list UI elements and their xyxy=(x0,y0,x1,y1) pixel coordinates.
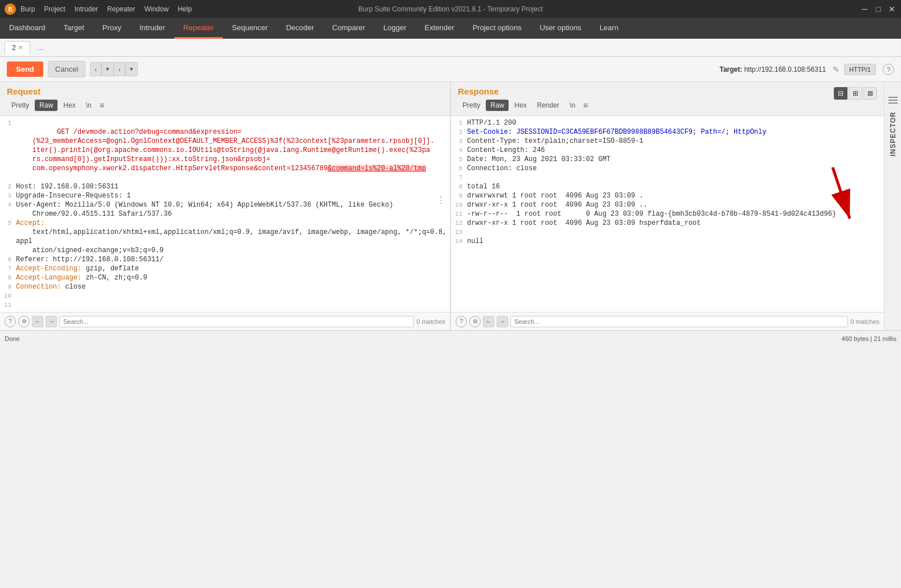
repeater-tab-2[interactable]: 2 ✕ xyxy=(5,41,30,55)
table-row: 10 drwxr-xr-x 1 root root 4096 Aug 23 03… xyxy=(451,200,884,209)
response-main: Response ⊟ ⊞ ⊠ Pretty Raw Hex Render \n xyxy=(451,82,884,330)
nav-menubar: Dashboard Target Proxy Intruder Repeater… xyxy=(0,18,901,39)
response-tab-newline[interactable]: \n xyxy=(565,100,580,111)
request-tab-pretty[interactable]: Pretty xyxy=(7,100,34,111)
close-btn[interactable]: ✕ xyxy=(887,5,896,14)
request-search-back-btn[interactable]: ← xyxy=(32,316,43,327)
response-search-input[interactable] xyxy=(510,316,848,327)
nav-project-options[interactable]: Project options xyxy=(464,18,531,39)
burp-logo: B xyxy=(5,3,16,15)
response-tab-hex[interactable]: Hex xyxy=(510,100,531,111)
response-search-count: 0 matches xyxy=(850,318,879,325)
tab-more-btn[interactable]: … xyxy=(32,42,48,54)
statusbar-left: Done xyxy=(5,335,19,342)
titlebar-menu: Burp Project Intruder Repeater Window He… xyxy=(21,5,192,13)
help-icon[interactable]: ? xyxy=(883,64,894,75)
request-search-input[interactable] xyxy=(59,316,414,327)
window-controls: ─ □ ✕ xyxy=(860,5,896,14)
nav-target[interactable]: Target xyxy=(55,18,93,39)
response-panel-inner: Response ⊟ ⊞ ⊠ Pretty Raw Hex Render \n xyxy=(451,82,901,330)
response-tab-pretty[interactable]: Pretty xyxy=(458,100,485,111)
nav-user-options[interactable]: User options xyxy=(531,18,591,39)
view-mode-split-vertical[interactable]: ⊟ xyxy=(834,87,847,100)
http-version-badge[interactable]: HTTP/1 xyxy=(844,64,876,75)
table-row: 10 xyxy=(0,291,450,301)
tab-label: 2 xyxy=(12,44,16,52)
nav-back-btn[interactable]: ‹ xyxy=(90,62,101,76)
menu-intruder[interactable]: Intruder xyxy=(75,5,98,13)
response-view-mode-btns: ⊟ ⊞ ⊠ xyxy=(834,87,877,100)
table-row: 9 drwxrwxrwt 1 root root 4096 Aug 23 03:… xyxy=(451,191,884,200)
response-panel-header: Response ⊟ ⊞ ⊠ Pretty Raw Hex Render \n xyxy=(451,82,884,116)
edit-target-icon[interactable]: ✎ xyxy=(833,65,839,74)
response-search-settings-btn[interactable]: ⚙ xyxy=(469,316,481,327)
table-row: 1 GET /devmode.action?debug=command&expr… xyxy=(0,118,450,182)
target-url: http://192.168.0.108:56311 xyxy=(744,65,826,73)
request-panel: Request Pretty Raw Hex \n ≡ 1 GET /devmo… xyxy=(0,82,451,330)
response-panel-top: Response ⊟ ⊞ ⊠ xyxy=(458,87,877,100)
table-row: 2 Set-Cookie: JSESSIONID=C3CA59EBF6F67BD… xyxy=(451,128,884,137)
inspector-menu-icon[interactable] xyxy=(888,93,898,107)
table-row: 12 drwxr-xr-x 1 root root 4096 Aug 23 03… xyxy=(451,219,884,228)
statusbar-right: 460 bytes | 21 millis xyxy=(842,335,896,342)
table-row: 7 Accept-Encoding: gzip, deflate xyxy=(0,264,450,273)
table-row: 6 Connection: close xyxy=(451,164,884,173)
nav-buttons: ‹ ▾ › ▾ xyxy=(90,62,137,76)
view-mode-combined[interactable]: ⊠ xyxy=(863,87,877,100)
table-row: 1 HTTP/1.1 200 xyxy=(451,118,884,128)
menu-burp[interactable]: Burp xyxy=(21,5,35,13)
response-panel: Response ⊟ ⊞ ⊠ Pretty Raw Hex Render \n xyxy=(451,82,901,330)
request-toolbar: Send Cancel ‹ ▾ › ▾ Target: http://192.1… xyxy=(0,57,901,82)
request-search-settings-btn[interactable]: ⚙ xyxy=(18,316,30,327)
response-tab-raw[interactable]: Raw xyxy=(486,100,509,111)
tab-close-btn[interactable]: ✕ xyxy=(18,44,23,51)
tab-bar: 2 ✕ … xyxy=(0,39,901,57)
menu-repeater[interactable]: Repeater xyxy=(107,5,135,13)
code-menu-btn[interactable]: ⋮ xyxy=(436,195,445,206)
inspector-label[interactable]: INSPECTOR xyxy=(889,107,897,161)
table-row: 6 Referer: http://192.168.0.108:56311/ xyxy=(0,255,450,264)
request-tab-raw[interactable]: Raw xyxy=(35,100,58,111)
view-mode-split-horizontal[interactable]: ⊞ xyxy=(849,87,862,100)
nav-proxy[interactable]: Proxy xyxy=(93,18,130,39)
request-tab-newline[interactable]: \n xyxy=(81,100,96,111)
app-title: Burp Suite Community Edition v2021.8.1 -… xyxy=(358,5,543,13)
response-search-back-btn[interactable]: ← xyxy=(483,316,494,327)
nav-decoder[interactable]: Decoder xyxy=(277,18,323,39)
response-view-menu-btn[interactable]: ≡ xyxy=(583,101,588,110)
response-search-fwd-btn[interactable]: → xyxy=(497,316,508,327)
response-code-area[interactable]: 1 HTTP/1.1 200 2 Set-Cookie: JSESSIONID=… xyxy=(451,116,884,312)
nav-back-down-btn[interactable]: ▾ xyxy=(101,62,114,76)
request-code-area[interactable]: 1 GET /devmode.action?debug=command&expr… xyxy=(0,116,450,312)
nav-comparer[interactable]: Comparer xyxy=(323,18,374,39)
menu-window[interactable]: Window xyxy=(144,5,169,13)
maximize-btn[interactable]: □ xyxy=(874,5,883,14)
nav-intruder[interactable]: Intruder xyxy=(130,18,174,39)
response-title: Response xyxy=(458,87,499,96)
send-button[interactable]: Send xyxy=(7,61,43,77)
table-row: 14 null xyxy=(451,237,884,246)
request-search-fwd-btn[interactable]: → xyxy=(46,316,57,327)
response-search-help-btn[interactable]: ? xyxy=(456,316,467,327)
nav-learn[interactable]: Learn xyxy=(591,18,628,39)
nav-dashboard[interactable]: Dashboard xyxy=(0,18,55,39)
cancel-button[interactable]: Cancel xyxy=(48,61,85,77)
menu-help[interactable]: Help xyxy=(178,5,192,13)
nav-sequencer[interactable]: Sequencer xyxy=(223,18,277,39)
inspector-panel[interactable]: INSPECTOR xyxy=(884,82,901,330)
menu-project[interactable]: Project xyxy=(44,5,65,13)
minimize-btn[interactable]: ─ xyxy=(860,5,869,14)
table-row: 9 Connection: close xyxy=(0,282,450,291)
response-tab-render[interactable]: Render xyxy=(533,100,564,111)
request-search-help-btn[interactable]: ? xyxy=(5,316,16,327)
nav-fwd-down-btn[interactable]: ▾ xyxy=(125,62,138,76)
titlebar-left: B Burp Project Intruder Repeater Window … xyxy=(5,3,192,15)
table-row: 13 xyxy=(451,228,884,237)
nav-logger[interactable]: Logger xyxy=(374,18,415,39)
request-view-menu-btn[interactable]: ≡ xyxy=(100,101,104,110)
nav-extender[interactable]: Extender xyxy=(416,18,464,39)
request-tab-hex[interactable]: Hex xyxy=(59,100,80,111)
table-row: 7 xyxy=(451,173,884,182)
nav-repeater[interactable]: Repeater xyxy=(174,18,223,39)
nav-fwd-btn[interactable]: › xyxy=(114,62,125,76)
